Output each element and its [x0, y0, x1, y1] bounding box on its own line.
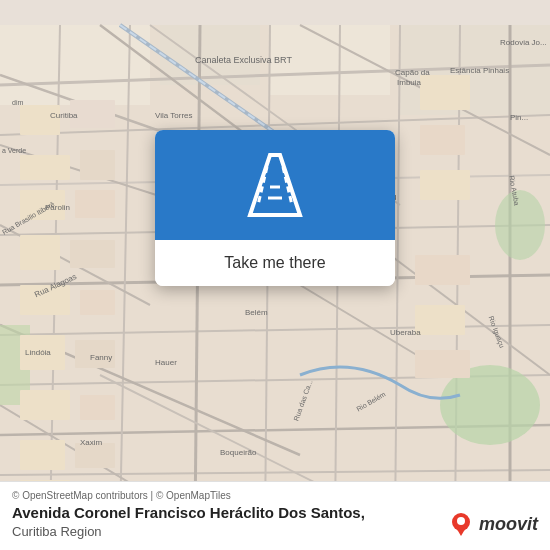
svg-point-93 — [457, 517, 465, 525]
svg-text:Boqueirão: Boqueirão — [220, 448, 257, 457]
place-name: Avenida Coronel Francisco Heráclito Dos … — [12, 504, 365, 521]
svg-rect-56 — [420, 125, 465, 155]
card-image-banner — [155, 130, 395, 240]
svg-rect-59 — [415, 305, 465, 335]
svg-rect-1 — [0, 25, 150, 105]
svg-text:Capão da: Capão da — [395, 68, 430, 77]
svg-rect-51 — [80, 395, 115, 420]
map-attribution: © OpenStreetMap contributors | © OpenMap… — [12, 490, 538, 501]
svg-rect-57 — [420, 170, 470, 200]
svg-marker-92 — [455, 526, 467, 536]
svg-text:Belém: Belém — [245, 308, 268, 317]
svg-text:Estância Pinhais: Estância Pinhais — [450, 66, 509, 75]
svg-text:Hauer: Hauer — [155, 358, 177, 367]
moovit-brand-label: moovit — [479, 514, 538, 535]
moovit-logo: moovit — [447, 510, 538, 538]
svg-text:Fanny: Fanny — [90, 353, 112, 362]
svg-rect-47 — [80, 290, 115, 315]
moovit-pin-icon — [447, 510, 475, 538]
svg-text:Rodovia Jo...: Rodovia Jo... — [500, 38, 547, 47]
svg-text:Canaleta Exclusiva BRT: Canaleta Exclusiva BRT — [195, 55, 292, 65]
svg-rect-50 — [20, 390, 70, 420]
svg-text:Curitiba: Curitiba — [50, 111, 78, 120]
svg-text:Xaxim: Xaxim — [80, 438, 103, 447]
svg-rect-45 — [70, 240, 115, 268]
svg-rect-58 — [415, 255, 470, 285]
road-icon — [235, 145, 315, 225]
svg-text:Uberaba: Uberaba — [390, 328, 421, 337]
place-region: Curitiba Region — [12, 524, 102, 539]
location-card: Take me there — [155, 130, 395, 286]
svg-text:a Verde: a Verde — [2, 147, 26, 154]
svg-text:Vila Torres: Vila Torres — [155, 111, 193, 120]
svg-text:Imbuia: Imbuia — [397, 78, 422, 87]
svg-rect-60 — [415, 350, 470, 378]
svg-rect-55 — [420, 75, 470, 110]
map-container: Canaleta Exclusiva BRT Capão da Imbuia E… — [0, 0, 550, 550]
bottom-info-bar: © OpenStreetMap contributors | © OpenMap… — [0, 481, 550, 550]
svg-rect-41 — [80, 150, 115, 180]
svg-rect-43 — [75, 190, 115, 218]
svg-rect-38 — [20, 105, 60, 135]
svg-rect-52 — [20, 440, 65, 470]
svg-text:Lindóia: Lindóia — [25, 348, 51, 357]
svg-marker-86 — [250, 155, 300, 215]
svg-text:dim: dim — [12, 99, 23, 106]
svg-rect-44 — [20, 235, 60, 270]
svg-rect-40 — [20, 155, 70, 180]
svg-text:Pin...: Pin... — [510, 113, 528, 122]
take-me-there-button[interactable]: Take me there — [155, 240, 395, 286]
